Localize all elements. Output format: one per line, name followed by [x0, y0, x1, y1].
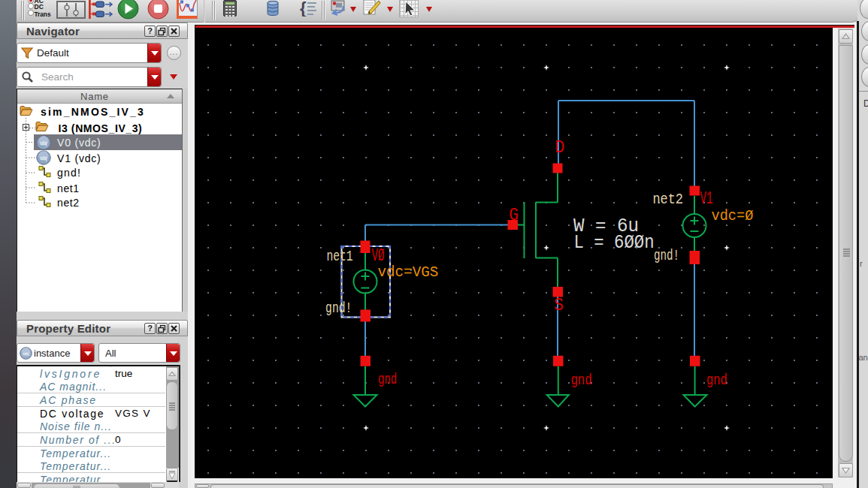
svg-text:L = 6ØØn: L = 6ØØn	[574, 231, 655, 254]
svg-text:obj: obj	[40, 155, 47, 161]
svg-text:G: G	[509, 206, 519, 225]
svg-text:gnd!: gnd!	[325, 300, 352, 317]
svg-text:D: D	[555, 138, 565, 158]
svg-text:S: S	[554, 296, 564, 315]
svg-text:gnd: gnd	[378, 371, 397, 388]
svg-text:gnd!: gnd!	[654, 247, 679, 264]
svg-text:gnd: gnd	[570, 372, 591, 389]
svg-text:vdc=VGS: vdc=VGS	[377, 264, 438, 281]
svg-text:VØ: VØ	[372, 246, 385, 266]
svg-text:gnd: gnd	[706, 372, 727, 389]
svg-text:{: {	[300, 0, 307, 17]
svg-text:net2: net2	[653, 191, 684, 208]
svg-text:DC: DC	[35, 3, 44, 11]
svg-text:V1: V1	[700, 189, 712, 209]
svg-text:Trans: Trans	[35, 11, 51, 18]
svg-text:obj: obj	[23, 351, 29, 356]
svg-text:vdc=Ø: vdc=Ø	[712, 207, 754, 224]
svg-text:obj: obj	[40, 140, 47, 146]
svg-text:net1: net1	[326, 248, 352, 265]
